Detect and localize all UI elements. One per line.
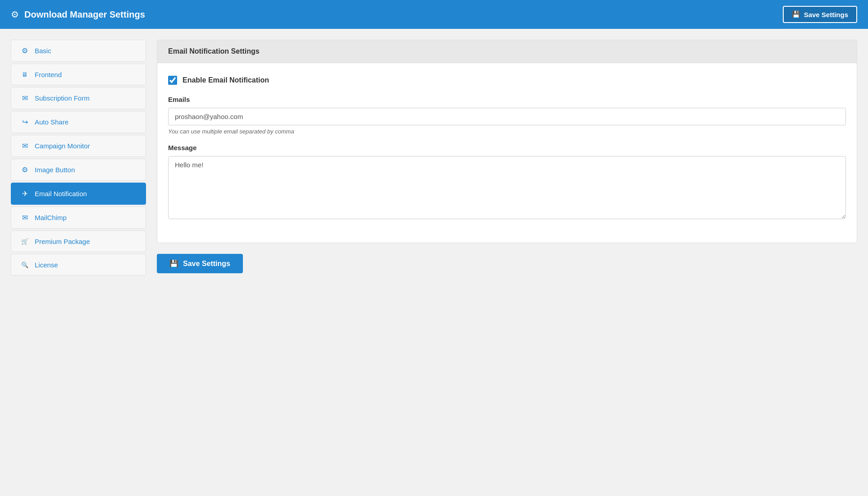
sidebar-item-image-button[interactable]: Image Button: [11, 159, 146, 181]
sidebar-item-email-notification[interactable]: Email Notification: [11, 183, 146, 205]
emails-field-group: Emails You can use multiple email separa…: [168, 96, 846, 135]
message-label: Message: [168, 144, 846, 152]
mailchimp-icon: [20, 213, 29, 222]
gear-icon: ⚙: [11, 9, 19, 20]
sidebar-item-frontend[interactable]: Frontend: [11, 64, 146, 85]
header: ⚙ Download Manager Settings 💾 Save Setti…: [0, 0, 868, 29]
bottom-save-area: 💾 Save Settings: [157, 252, 857, 273]
envelope-icon: [20, 94, 29, 102]
save-icon-header: 💾: [792, 10, 800, 18]
monitor-icon: [20, 70, 29, 78]
cart-icon: [20, 237, 29, 245]
panel-header: Email Notification Settings: [157, 40, 857, 63]
message-field-group: Message Hello me!: [168, 144, 846, 221]
save-icon-bottom: 💾: [169, 259, 178, 268]
paper-plane-icon: [20, 189, 29, 198]
sidebar-item-subscription-form[interactable]: Subscription Form: [11, 87, 146, 109]
emails-label: Emails: [168, 96, 846, 103]
image-button-icon: [20, 165, 29, 174]
sidebar-item-campaign-monitor[interactable]: Campaign Monitor: [11, 135, 146, 157]
message-textarea[interactable]: Hello me!: [168, 156, 846, 219]
emails-hint: You can use multiple email separated by …: [168, 128, 846, 135]
page-title: Download Manager Settings: [24, 9, 145, 20]
emails-input[interactable]: [168, 108, 846, 125]
enable-email-checkbox[interactable]: [168, 76, 177, 85]
sidebar-item-license[interactable]: License: [11, 254, 146, 276]
header-left: ⚙ Download Manager Settings: [11, 9, 145, 20]
sidebar-item-mailchimp[interactable]: MailChimp: [11, 207, 146, 229]
sidebar-item-basic[interactable]: Basic: [11, 40, 146, 62]
enable-row: Enable Email Notification: [168, 76, 846, 85]
gear-icon: [20, 46, 29, 55]
sidebar: Basic Frontend Subscription Form Auto Sh…: [11, 40, 146, 276]
settings-panel: Email Notification Settings Enable Email…: [157, 40, 857, 243]
license-icon: [20, 261, 29, 269]
sidebar-item-premium-package[interactable]: Premium Package: [11, 230, 146, 252]
campaign-icon: [20, 142, 29, 150]
sidebar-item-auto-share[interactable]: Auto Share: [11, 111, 146, 133]
save-settings-button-bottom[interactable]: 💾 Save Settings: [157, 254, 243, 273]
save-settings-button-header[interactable]: 💾 Save Settings: [783, 6, 857, 23]
enable-email-label[interactable]: Enable Email Notification: [183, 76, 269, 84]
main-container: Basic Frontend Subscription Form Auto Sh…: [0, 29, 868, 286]
content-area: Email Notification Settings Enable Email…: [157, 40, 857, 276]
share-icon: [20, 118, 29, 126]
panel-body: Enable Email Notification Emails You can…: [157, 63, 857, 243]
